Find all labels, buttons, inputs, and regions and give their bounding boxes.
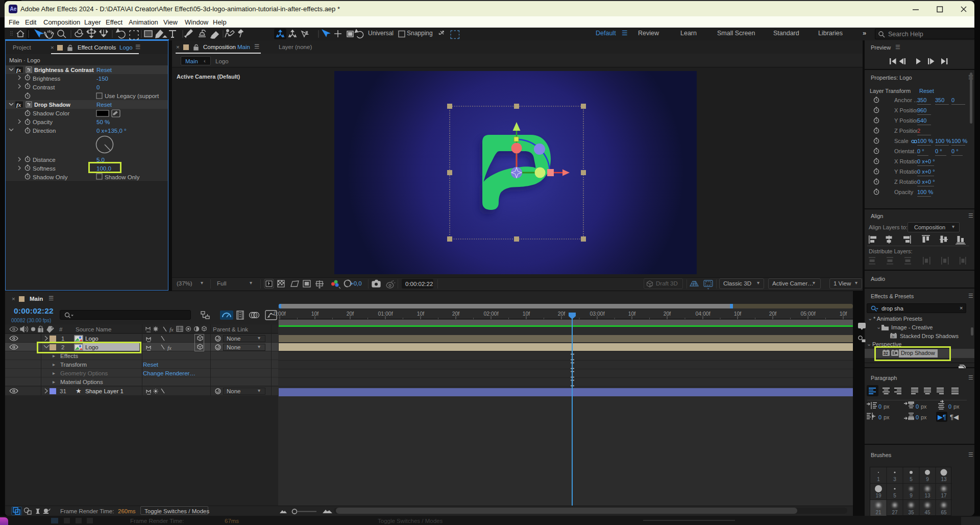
svg-text:fx: fx — [892, 335, 895, 339]
svg-text:fx: fx — [169, 326, 174, 332]
svg-text:fx: fx — [167, 345, 172, 351]
